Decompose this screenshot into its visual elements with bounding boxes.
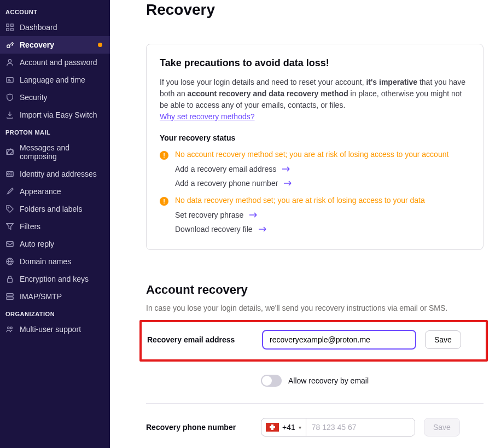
sidebar-item-label: Language and time <box>20 75 85 84</box>
svg-rect-0 <box>7 24 9 26</box>
server-icon <box>5 292 14 301</box>
svg-rect-1 <box>11 24 13 26</box>
recovery-status-heading: Your recovery status <box>160 133 470 142</box>
svg-point-17 <box>10 327 13 329</box>
allow-email-toggle[interactable] <box>261 375 282 387</box>
recovery-email-label: Recovery email address <box>147 335 262 344</box>
sidebar-item-imap[interactable]: IMAP/SMTP <box>0 288 110 305</box>
sidebar-item-label: Folders and labels <box>20 205 82 213</box>
sidebar-item-label: Messages and composing <box>20 143 104 161</box>
download-recovery-file-link[interactable]: Download recovery file <box>175 222 470 236</box>
add-recovery-email-link[interactable]: Add a recovery email address <box>175 162 470 176</box>
recovery-phone-input[interactable] <box>306 418 415 436</box>
status-warning-text: No data recovery method set; you are at … <box>175 196 425 205</box>
card-body: If you lose your login details and need … <box>160 77 470 123</box>
action-link-label: Set recovery phrase <box>175 211 243 219</box>
svg-rect-3 <box>11 28 13 31</box>
sidebar-item-label: Security <box>20 93 48 102</box>
phone-input-group: +41 ▾ <box>261 418 415 437</box>
status-warning-data: ! No data recovery method set; you are a… <box>160 194 470 208</box>
brush-icon <box>5 187 14 196</box>
action-link-label: Download recovery file <box>175 225 253 234</box>
id-card-icon <box>5 170 14 178</box>
sidebar-item-label: IMAP/SMTP <box>20 292 62 301</box>
country-code-select[interactable]: +41 ▾ <box>261 418 306 436</box>
sidebar-item-dashboard[interactable]: Dashboard <box>0 19 110 36</box>
import-icon <box>5 110 14 119</box>
sidebar-item-identity[interactable]: Identity and addresses <box>0 165 110 183</box>
sidebar-item-import[interactable]: Import via Easy Switch <box>0 106 110 124</box>
sidebar-item-account-password[interactable]: Account and password <box>0 54 110 71</box>
svg-point-5 <box>8 60 11 62</box>
sidebar-item-label: Recovery <box>20 40 54 49</box>
arrow-right-icon <box>282 166 290 172</box>
language-icon <box>5 75 14 84</box>
card-text: If you lose your login details and need … <box>160 78 366 86</box>
arrow-right-icon <box>258 226 267 232</box>
chevron-down-icon: ▾ <box>299 424 301 430</box>
svg-rect-2 <box>7 28 9 31</box>
sidebar-section-org: ORGANIZATION <box>0 305 110 321</box>
card-text-bold: it's imperative <box>366 78 417 86</box>
sidebar-item-filters[interactable]: Filters <box>0 218 110 235</box>
sidebar: ACCOUNT Dashboard Recovery Account and p… <box>0 0 110 448</box>
sidebar-item-label: Filters <box>20 222 40 231</box>
sidebar-item-domain[interactable]: Domain names <box>0 253 110 270</box>
page-title: Recovery <box>146 0 483 19</box>
country-code-label: +41 <box>282 423 295 432</box>
sidebar-item-appearance[interactable]: Appearance <box>0 183 110 200</box>
warning-icon: ! <box>160 197 168 206</box>
alert-dot-icon <box>98 43 102 47</box>
recovery-phone-label: Recovery phone number <box>146 423 261 432</box>
recovery-phone-row: Recovery phone number +41 ▾ Save <box>146 418 483 437</box>
account-recovery-heading: Account recovery <box>146 283 483 297</box>
save-email-button[interactable]: Save <box>425 330 461 349</box>
lock-icon <box>5 275 14 283</box>
save-phone-button[interactable]: Save <box>424 418 460 437</box>
sidebar-item-label: Account and password <box>20 58 97 67</box>
svg-rect-11 <box>7 242 13 247</box>
highlighted-email-row: Recovery email address Save <box>139 320 488 362</box>
sidebar-item-security[interactable]: Security <box>0 89 110 106</box>
svg-rect-13 <box>8 278 13 282</box>
recovery-status-card: Take precautions to avoid data loss! If … <box>146 44 483 250</box>
recovery-email-input[interactable] <box>262 330 416 350</box>
funnel-icon <box>5 222 14 231</box>
grid-icon <box>5 23 14 32</box>
allow-email-toggle-row: Allow recovery by email <box>261 375 483 387</box>
globe-icon <box>5 257 14 266</box>
card-text-bold: account recovery and data recovery metho… <box>188 89 348 98</box>
sidebar-item-label: Dashboard <box>20 23 57 32</box>
set-recovery-phrase-link[interactable]: Set recovery phrase <box>175 208 470 222</box>
sidebar-item-encryption[interactable]: Encryption and keys <box>0 270 110 288</box>
flag-ch-icon <box>266 423 279 432</box>
svg-point-16 <box>8 327 10 329</box>
shield-icon <box>5 93 14 102</box>
svg-point-10 <box>8 207 9 208</box>
compose-icon <box>5 148 14 156</box>
arrow-right-icon <box>249 212 258 218</box>
sidebar-item-folders[interactable]: Folders and labels <box>0 200 110 218</box>
sidebar-section-account: ACCOUNT <box>0 3 110 19</box>
why-recovery-link[interactable]: Why set recovery methods? <box>160 112 255 121</box>
main-content: Recovery Take precautions to avoid data … <box>110 0 501 448</box>
svg-rect-14 <box>7 294 13 296</box>
svg-point-9 <box>8 173 10 175</box>
sidebar-item-autoreply[interactable]: Auto reply <box>0 235 110 253</box>
sidebar-item-messages[interactable]: Messages and composing <box>0 139 110 165</box>
add-recovery-phone-link[interactable]: Add a recovery phone number <box>175 176 470 190</box>
sidebar-item-label: Multi-user support <box>20 325 81 334</box>
sidebar-item-multiuser[interactable]: Multi-user support <box>0 321 110 338</box>
sidebar-item-recovery[interactable]: Recovery <box>0 36 110 54</box>
sidebar-item-language-time[interactable]: Language and time <box>0 71 110 89</box>
divider <box>146 403 483 404</box>
allow-email-label: Allow recovery by email <box>288 376 369 385</box>
user-icon <box>5 58 14 67</box>
sidebar-item-label: Identity and addresses <box>20 170 97 178</box>
svg-rect-15 <box>7 297 13 299</box>
sidebar-item-label: Encryption and keys <box>20 275 89 283</box>
tag-icon <box>5 205 14 213</box>
sidebar-item-label: Appearance <box>20 187 61 196</box>
users-icon <box>5 325 14 334</box>
reply-icon <box>5 240 14 248</box>
